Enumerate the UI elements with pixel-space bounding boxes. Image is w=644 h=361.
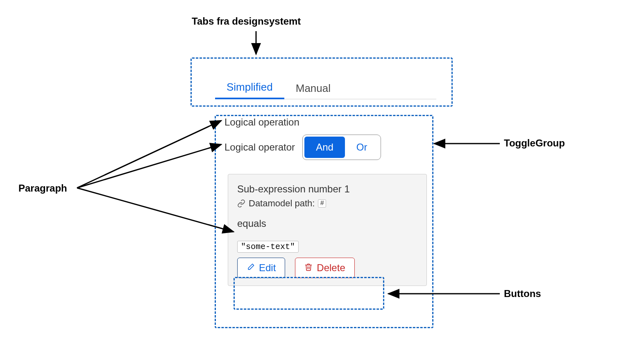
datamodel-label: Datamodel path: [249,198,315,209]
tabs-container: Simplified Manual [190,57,453,107]
edit-button-label: Edit [259,262,276,274]
sub-expression-card: Sub-expression number 1 Datamodel path: … [228,174,427,286]
tab-simplified[interactable]: Simplified [215,78,284,99]
tab-manual[interactable]: Manual [284,79,342,99]
expression-operator: equals [237,218,417,229]
toggle-option-and[interactable]: And [304,137,345,158]
toggle-group[interactable]: And Or [302,135,381,160]
pencil-icon [247,262,255,274]
toggle-option-or[interactable]: Or [345,137,379,158]
datamodel-value-chip: # [318,199,326,208]
svg-line-4 [77,188,234,232]
tabs-row: Simplified Manual [215,78,436,99]
card-button-row: Edit Delete [237,258,417,278]
logical-operator-row: Logical operator And Or [224,135,433,160]
delete-button-label: Delete [317,262,345,274]
edit-button[interactable]: Edit [237,258,285,278]
svg-line-2 [77,121,221,188]
annotation-buttons-label: Buttons [504,288,541,299]
logical-operation-section: Logical operation Logical operator And O… [224,117,433,160]
delete-button[interactable]: Delete [295,258,354,278]
logical-operation-title: Logical operation [224,117,433,128]
svg-line-3 [77,144,221,188]
sub-expression-title: Sub-expression number 1 [237,183,417,195]
logical-operator-label: Logical operator [224,142,295,153]
link-icon [237,199,245,208]
trash-icon [304,262,313,274]
datamodel-row: Datamodel path: # [237,198,417,209]
expression-value-chip: "some-text" [237,241,299,253]
annotation-togglegroup-label: ToggleGroup [504,137,565,149]
annotation-tabs-label: Tabs fra designsystemt [192,16,301,27]
annotation-paragraph-label: Paragraph [18,183,67,194]
